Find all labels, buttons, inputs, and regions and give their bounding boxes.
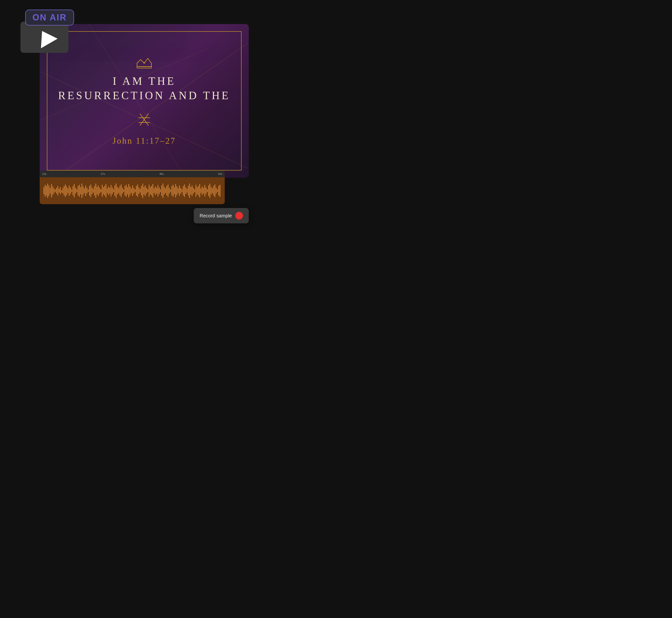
svg-rect-55 xyxy=(100,189,101,192)
record-sample-button[interactable]: Record sample xyxy=(194,208,249,223)
svg-rect-118 xyxy=(180,188,181,194)
svg-rect-112 xyxy=(173,185,174,197)
svg-rect-66 xyxy=(114,185,115,196)
svg-rect-39 xyxy=(80,187,81,194)
on-air-label: ON AIR xyxy=(32,12,67,22)
svg-rect-73 xyxy=(123,190,124,192)
svg-rect-114 xyxy=(175,184,176,197)
svg-rect-131 xyxy=(197,187,197,194)
svg-rect-50 xyxy=(94,186,95,196)
waveform-canvas xyxy=(39,177,225,204)
svg-rect-97 xyxy=(154,188,155,193)
svg-rect-149 xyxy=(220,185,221,197)
svg-rect-67 xyxy=(115,184,116,198)
ruler-mark-1: 13s xyxy=(42,173,47,175)
ruler-mark-4: 54s xyxy=(218,173,222,175)
svg-rect-115 xyxy=(177,186,177,195)
svg-rect-18 xyxy=(54,188,54,193)
svg-rect-127 xyxy=(192,185,192,196)
svg-rect-85 xyxy=(139,187,139,194)
scripture-reference: John 11:17–27 xyxy=(112,136,176,146)
svg-rect-75 xyxy=(126,185,127,197)
svg-rect-104 xyxy=(163,184,163,198)
svg-rect-99 xyxy=(156,188,157,194)
svg-rect-27 xyxy=(65,185,66,197)
svg-rect-10 xyxy=(44,187,44,194)
chair-icon xyxy=(137,112,151,129)
svg-rect-63 xyxy=(110,185,111,197)
svg-rect-21 xyxy=(58,186,58,196)
svg-rect-45 xyxy=(88,190,89,192)
svg-rect-46 xyxy=(89,186,90,196)
svg-rect-119 xyxy=(182,189,182,192)
svg-rect-128 xyxy=(193,188,194,194)
svg-rect-110 xyxy=(170,190,171,192)
svg-rect-43 xyxy=(85,185,86,196)
svg-rect-68 xyxy=(117,187,118,195)
svg-rect-11 xyxy=(45,185,46,197)
svg-rect-35 xyxy=(75,188,76,194)
svg-rect-140 xyxy=(208,185,209,196)
svg-rect-134 xyxy=(201,188,201,193)
svg-rect-76 xyxy=(127,187,128,194)
crown-icon xyxy=(135,56,154,70)
svg-rect-20 xyxy=(56,188,57,194)
svg-rect-16 xyxy=(51,184,52,197)
waveform-card: 13s 27s 40s 54s xyxy=(39,171,225,204)
svg-rect-69 xyxy=(118,188,119,193)
svg-rect-87 xyxy=(141,186,142,196)
svg-rect-48 xyxy=(92,187,92,194)
svg-rect-14 xyxy=(49,185,49,196)
tooltip-card xyxy=(20,22,69,53)
svg-rect-102 xyxy=(160,189,161,192)
svg-rect-61 xyxy=(108,186,109,195)
svg-rect-86 xyxy=(140,189,141,193)
svg-rect-111 xyxy=(171,186,172,196)
svg-rect-79 xyxy=(131,188,132,193)
svg-rect-139 xyxy=(207,189,207,192)
svg-rect-38 xyxy=(79,185,80,197)
svg-rect-96 xyxy=(152,184,153,197)
ruler-marks: 13s 27s 40s 54s xyxy=(42,173,222,175)
svg-rect-125 xyxy=(189,184,190,198)
svg-rect-148 xyxy=(218,186,219,196)
svg-rect-53 xyxy=(98,185,99,196)
svg-rect-100 xyxy=(157,185,158,197)
svg-rect-138 xyxy=(206,187,206,194)
svg-rect-108 xyxy=(168,185,168,197)
svg-rect-28 xyxy=(66,186,67,195)
svg-rect-91 xyxy=(146,188,147,194)
svg-rect-36 xyxy=(76,189,77,192)
svg-rect-122 xyxy=(185,187,186,194)
scene: ON AIR I AM THE RESURRECT xyxy=(20,10,249,238)
svg-rect-106 xyxy=(165,188,166,193)
svg-rect-120 xyxy=(183,186,184,196)
svg-rect-24 xyxy=(61,190,62,193)
svg-rect-80 xyxy=(132,185,133,196)
svg-rect-132 xyxy=(198,186,199,196)
svg-rect-74 xyxy=(124,186,125,196)
cursor-arrow-icon xyxy=(34,26,58,48)
svg-rect-82 xyxy=(135,189,136,192)
svg-rect-143 xyxy=(212,188,213,193)
svg-rect-40 xyxy=(81,184,82,198)
svg-rect-147 xyxy=(217,190,218,192)
svg-rect-135 xyxy=(202,186,202,195)
ruler-mark-3: 40s xyxy=(159,173,164,175)
svg-rect-70 xyxy=(119,186,120,196)
svg-rect-116 xyxy=(178,188,179,193)
record-dot-icon xyxy=(235,212,243,219)
svg-rect-136 xyxy=(203,188,204,194)
svg-rect-30 xyxy=(69,185,70,196)
svg-rect-12 xyxy=(46,186,47,196)
svg-rect-123 xyxy=(187,189,187,193)
svg-rect-44 xyxy=(87,188,87,194)
svg-rect-32 xyxy=(71,190,72,192)
svg-rect-107 xyxy=(166,186,167,196)
svg-point-5 xyxy=(144,62,145,64)
on-air-badge[interactable]: ON AIR xyxy=(25,10,74,25)
svg-rect-89 xyxy=(144,187,144,195)
svg-rect-103 xyxy=(161,185,162,196)
svg-rect-141 xyxy=(209,184,210,198)
svg-rect-54 xyxy=(99,188,100,194)
